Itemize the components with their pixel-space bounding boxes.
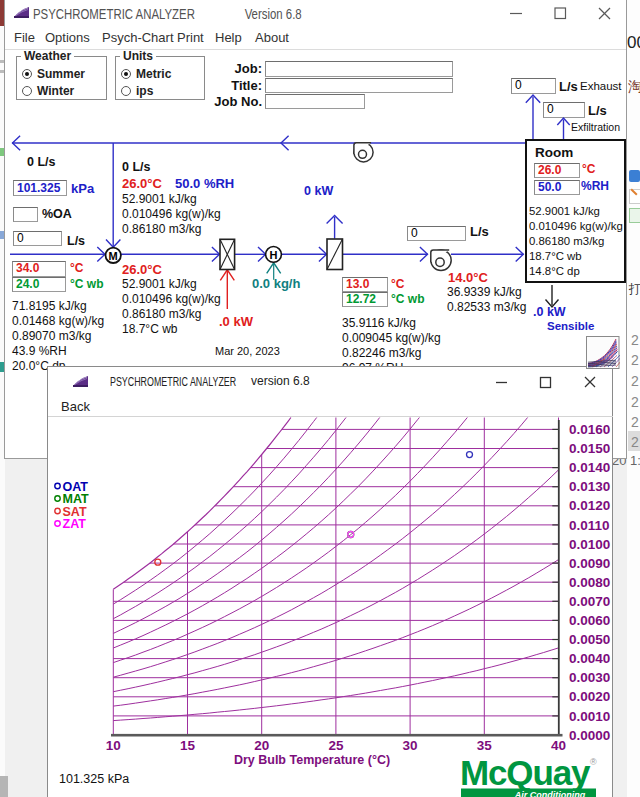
svg-text:0.0090: 0.0090	[569, 556, 610, 571]
svg-text:Air Conditioning: Air Conditioning	[514, 790, 586, 797]
svg-text:30: 30	[403, 738, 418, 753]
svg-text:ZAT: ZAT	[63, 517, 87, 531]
svg-text:0.0040: 0.0040	[569, 651, 610, 666]
svg-text:0.0020: 0.0020	[569, 689, 610, 704]
svg-text:0.0110: 0.0110	[569, 518, 610, 533]
svg-text:20: 20	[254, 738, 269, 753]
svg-text:0.0070: 0.0070	[569, 594, 610, 609]
svg-text:0.0080: 0.0080	[569, 575, 610, 590]
svg-text:0.0120: 0.0120	[569, 498, 610, 513]
svg-text:0.0160: 0.0160	[569, 422, 610, 437]
svg-text:0.0000: 0.0000	[569, 728, 610, 743]
svg-text:10: 10	[106, 738, 121, 753]
svg-text:0.0060: 0.0060	[569, 613, 610, 628]
svg-text:0.0050: 0.0050	[569, 632, 610, 647]
svg-text:101.325 kPa: 101.325 kPa	[59, 772, 129, 786]
svg-text:0.0100: 0.0100	[569, 537, 610, 552]
svg-text:35: 35	[477, 738, 493, 753]
svg-text:McQuay: McQuay	[460, 753, 591, 792]
svg-text:0.0150: 0.0150	[569, 441, 610, 456]
svg-text:®: ®	[590, 757, 597, 767]
svg-text:0.0010: 0.0010	[569, 709, 610, 724]
svg-text:0.0140: 0.0140	[569, 460, 610, 475]
svg-text:M: M	[109, 250, 118, 262]
svg-text:H: H	[270, 249, 278, 261]
svg-text:0.0130: 0.0130	[569, 479, 610, 494]
svg-text:0.0030: 0.0030	[569, 670, 610, 685]
svg-text:Dry Bulb Temperature (°C): Dry Bulb Temperature (°C)	[234, 753, 390, 767]
svg-text:15: 15	[180, 738, 196, 753]
svg-text:25: 25	[328, 738, 344, 753]
svg-text:40: 40	[551, 738, 566, 753]
